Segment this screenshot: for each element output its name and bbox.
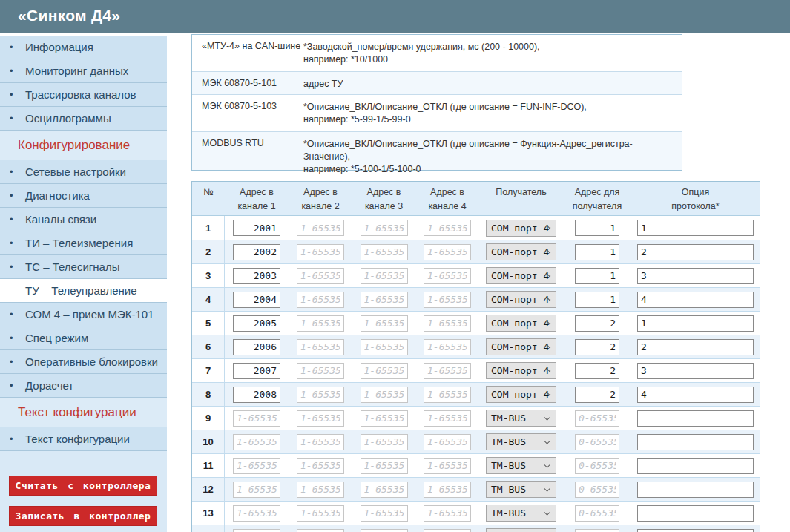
channel-2-input[interactable]	[297, 244, 344, 260]
protocol-option-input[interactable]	[637, 292, 754, 308]
channel-3-input[interactable]	[361, 220, 408, 236]
recipient-select[interactable]: COM-порт 4	[486, 243, 556, 260]
channel-4-input[interactable]	[424, 458, 471, 474]
recipient-address-input[interactable]	[575, 410, 619, 427]
recipient-select[interactable]: COM-порт 4	[486, 267, 556, 284]
channel-1-input[interactable]	[233, 315, 280, 332]
read-from-controller-button[interactable]: Считать с контроллера	[9, 476, 157, 496]
sidebar-item-com4-iec101[interactable]: •СОМ 4 – прием МЭК-101	[0, 303, 167, 326]
protocol-option-input[interactable]	[637, 505, 754, 522]
channel-3-input[interactable]	[361, 458, 408, 474]
channel-2-input[interactable]	[297, 387, 344, 403]
channel-4-input[interactable]	[424, 434, 471, 450]
recipient-select[interactable]: TM-BUS	[486, 433, 556, 450]
sidebar-item-network-settings[interactable]: •Сетевые настройки	[0, 160, 167, 184]
recipient-select[interactable]: TM-BUS	[486, 410, 556, 427]
protocol-option-input[interactable]	[637, 315, 754, 332]
channel-1-input[interactable]	[233, 387, 280, 403]
channel-2-input[interactable]	[297, 363, 344, 379]
channel-3-input[interactable]	[361, 339, 408, 355]
channel-4-input[interactable]	[424, 529, 471, 532]
channel-4-input[interactable]	[424, 220, 471, 236]
recipient-select[interactable]: COM-порт 4	[486, 338, 556, 355]
sidebar-item-dorascet[interactable]: •Дорасчет	[0, 374, 167, 398]
channel-2-input[interactable]	[297, 268, 344, 284]
sidebar-item-configuration[interactable]: Конфигурирование	[0, 131, 167, 160]
channel-4-input[interactable]	[424, 244, 471, 260]
recipient-address-input[interactable]	[575, 434, 619, 450]
channel-2-input[interactable]	[297, 220, 344, 236]
protocol-option-input[interactable]	[637, 268, 754, 284]
sidebar-item-ti-telemetry[interactable]: •ТИ – Телеизмерения	[0, 231, 167, 255]
channel-1-input[interactable]	[233, 529, 280, 532]
recipient-address-input[interactable]	[575, 268, 619, 284]
channel-1-input[interactable]	[233, 244, 280, 260]
channel-3-input[interactable]	[361, 505, 408, 522]
channel-3-input[interactable]	[361, 434, 408, 450]
channel-2-input[interactable]	[297, 529, 344, 532]
channel-2-input[interactable]	[297, 434, 344, 450]
protocol-option-input[interactable]	[637, 220, 754, 236]
recipient-select[interactable]: TM-BUS	[486, 528, 556, 532]
channel-3-input[interactable]	[361, 315, 408, 332]
channel-1-input[interactable]	[233, 220, 280, 236]
channel-3-input[interactable]	[361, 529, 408, 532]
channel-3-input[interactable]	[361, 244, 408, 260]
recipient-address-input[interactable]	[575, 363, 619, 379]
recipient-select[interactable]: COM-порт 4	[486, 362, 556, 379]
channel-4-input[interactable]	[424, 505, 471, 522]
channel-1-input[interactable]	[233, 482, 280, 498]
channel-1-input[interactable]	[233, 505, 280, 522]
recipient-address-input[interactable]	[575, 244, 619, 260]
channel-4-input[interactable]	[424, 387, 471, 403]
channel-1-input[interactable]	[233, 292, 280, 308]
protocol-option-input[interactable]	[637, 363, 754, 379]
channel-2-input[interactable]	[297, 458, 344, 474]
channel-2-input[interactable]	[297, 410, 344, 427]
channel-1-input[interactable]	[233, 434, 280, 450]
sidebar-item-ts-telesignals[interactable]: •ТС – Телесигналы	[0, 255, 167, 279]
recipient-select[interactable]: TM-BUS	[486, 481, 556, 498]
sidebar-item-operational-blocks[interactable]: •Оперативные блокировки	[0, 350, 167, 374]
protocol-option-input[interactable]	[637, 410, 754, 427]
sidebar-item-config-text-section[interactable]: Текст конфигурации	[0, 398, 167, 427]
channel-4-input[interactable]	[424, 339, 471, 355]
protocol-option-input[interactable]	[637, 339, 754, 355]
recipient-address-input[interactable]	[575, 458, 619, 474]
channel-4-input[interactable]	[424, 482, 471, 498]
channel-1-input[interactable]	[233, 268, 280, 284]
channel-4-input[interactable]	[424, 268, 471, 284]
protocol-option-input[interactable]	[637, 387, 754, 403]
recipient-address-input[interactable]	[575, 387, 619, 403]
sidebar-item-information[interactable]: •Информация	[0, 36, 167, 59]
channel-1-input[interactable]	[233, 339, 280, 355]
recipient-address-input[interactable]	[575, 482, 619, 498]
sidebar-item-diagnostics[interactable]: •Диагностика	[0, 184, 167, 208]
channel-2-input[interactable]	[297, 292, 344, 308]
channel-1-input[interactable]	[233, 363, 280, 379]
recipient-select[interactable]: TM-BUS	[486, 457, 556, 474]
recipient-address-input[interactable]	[575, 315, 619, 332]
write-to-controller-button[interactable]: Записать в контроллер	[9, 506, 157, 526]
channel-3-input[interactable]	[361, 292, 408, 308]
channel-2-input[interactable]	[297, 339, 344, 355]
recipient-address-input[interactable]	[575, 339, 619, 355]
channel-3-input[interactable]	[361, 387, 408, 403]
recipient-address-input[interactable]	[575, 505, 619, 522]
protocol-option-input[interactable]	[637, 458, 754, 474]
channel-4-input[interactable]	[424, 363, 471, 379]
channel-4-input[interactable]	[424, 292, 471, 308]
sidebar-item-config-text[interactable]: •Текст конфигурации	[0, 427, 167, 451]
recipient-select[interactable]: TM-BUS	[486, 505, 556, 522]
channel-2-input[interactable]	[297, 505, 344, 522]
channel-3-input[interactable]	[361, 363, 408, 379]
recipient-select[interactable]: COM-порт 4	[486, 291, 556, 308]
channel-3-input[interactable]	[361, 268, 408, 284]
recipient-select[interactable]: COM-порт 4	[486, 220, 556, 237]
recipient-address-input[interactable]	[575, 220, 619, 236]
channel-2-input[interactable]	[297, 315, 344, 332]
channel-4-input[interactable]	[424, 410, 471, 427]
channel-4-input[interactable]	[424, 315, 471, 332]
channel-1-input[interactable]	[233, 458, 280, 474]
sidebar-item-special-mode[interactable]: •Спец режим	[0, 326, 167, 350]
